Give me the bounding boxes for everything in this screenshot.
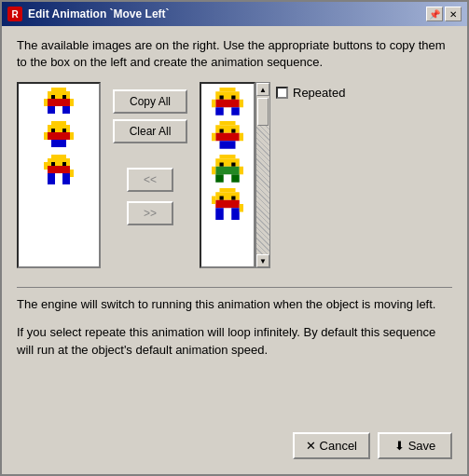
svg-rect-15 [59, 140, 66, 147]
seq-sprite-1 [44, 88, 74, 117]
svg-rect-11 [51, 129, 55, 132]
svg-rect-47 [220, 163, 224, 167]
scroll-thumb[interactable] [257, 98, 269, 126]
svg-rect-16 [44, 132, 48, 140]
svg-rect-22 [48, 166, 70, 173]
svg-rect-32 [215, 108, 224, 116]
bottom-text-2: If you select repeate this animation wil… [17, 323, 452, 360]
svg-rect-28 [215, 92, 240, 101]
scroll-up-button[interactable]: ▲ [256, 83, 269, 96]
titlebar-left: R Edit Animation `Move Left` [7, 7, 170, 21]
svg-rect-35 [240, 100, 243, 108]
titlebar: R Edit Animation `Move Left` 📌 ✕ [2, 2, 467, 26]
app-icon: R [7, 7, 22, 21]
svg-rect-23 [48, 173, 55, 184]
sequence-sprites [19, 84, 99, 188]
avail-sprite-3 [209, 155, 246, 186]
svg-rect-31 [215, 100, 240, 108]
svg-rect-55 [215, 193, 240, 201]
svg-rect-42 [228, 142, 236, 150]
divider [17, 287, 452, 288]
svg-rect-50 [215, 175, 224, 184]
available-sprites [201, 84, 254, 224]
svg-rect-18 [51, 155, 66, 158]
middle-controls: Copy All Clear All << >> [108, 82, 192, 225]
repeated-control: Repeated [276, 86, 345, 100]
svg-rect-45 [220, 155, 236, 158]
cancel-label: Cancel [320, 439, 357, 453]
svg-rect-5 [48, 106, 55, 114]
cancel-button[interactable]: ✕ Cancel [293, 432, 370, 459]
scroll-down-button[interactable]: ▼ [256, 254, 269, 267]
save-icon: ⬇ [394, 439, 405, 453]
svg-rect-10 [48, 125, 70, 132]
svg-rect-14 [51, 140, 59, 147]
right-arrow-button[interactable]: >> [127, 201, 173, 225]
close-button[interactable]: ✕ [445, 7, 462, 21]
svg-rect-17 [70, 132, 74, 140]
clear-all-button[interactable]: Clear All [113, 119, 187, 143]
save-button[interactable]: ⬇ Save [378, 432, 452, 459]
svg-rect-51 [231, 175, 240, 184]
svg-rect-20 [51, 162, 55, 166]
svg-rect-30 [231, 96, 235, 100]
main-window: R Edit Animation `Move Left` 📌 ✕ The ava… [0, 0, 469, 476]
svg-rect-37 [215, 126, 240, 134]
svg-rect-38 [220, 129, 224, 133]
svg-rect-58 [215, 200, 240, 209]
scrollbar[interactable]: ▲ ▼ [255, 82, 270, 268]
seq-sprite-3 [44, 155, 74, 184]
sequence-panel [17, 82, 101, 268]
svg-rect-40 [215, 133, 240, 142]
svg-rect-34 [212, 100, 215, 108]
avail-sprite-4 [209, 188, 246, 220]
svg-rect-60 [231, 209, 240, 221]
svg-rect-0 [51, 88, 66, 91]
svg-rect-7 [44, 99, 48, 106]
footer-buttons: ✕ Cancel ⬇ Save [17, 425, 452, 463]
svg-rect-54 [220, 188, 236, 192]
svg-rect-49 [215, 167, 240, 175]
cancel-icon: ✕ [306, 439, 316, 453]
svg-rect-27 [220, 88, 236, 91]
pin-button[interactable]: 📌 [426, 7, 443, 21]
svg-rect-2 [51, 95, 55, 99]
titlebar-controls: 📌 ✕ [426, 7, 462, 21]
svg-rect-13 [48, 132, 70, 140]
svg-rect-61 [212, 197, 215, 205]
svg-rect-26 [70, 170, 74, 177]
svg-rect-4 [48, 99, 70, 106]
avail-sprite-2 [209, 121, 246, 153]
svg-rect-9 [51, 121, 66, 125]
svg-rect-36 [220, 121, 236, 125]
avail-sprite-1 [209, 88, 246, 119]
svg-rect-24 [62, 173, 70, 184]
animation-editor: Copy All Clear All << >> [17, 82, 452, 268]
svg-rect-21 [62, 162, 66, 166]
copy-all-button[interactable]: Copy All [113, 89, 187, 114]
available-sprites-panel [200, 82, 255, 268]
svg-rect-19 [48, 158, 70, 166]
svg-rect-6 [62, 106, 70, 114]
right-section: ▲ ▼ Repeated [200, 82, 345, 268]
svg-rect-41 [220, 142, 228, 150]
repeated-checkbox[interactable] [276, 87, 288, 99]
svg-rect-43 [212, 133, 215, 142]
svg-rect-56 [220, 197, 224, 200]
repeated-label: Repeated [293, 86, 345, 100]
svg-rect-52 [212, 167, 215, 175]
window-title: Edit Animation `Move Left` [28, 7, 170, 20]
seq-sprite-2 [44, 121, 74, 151]
svg-rect-1 [48, 91, 70, 99]
svg-rect-46 [215, 159, 240, 168]
svg-rect-33 [231, 108, 240, 116]
svg-rect-44 [240, 133, 243, 142]
content-area: The available images are on the right. U… [2, 26, 467, 474]
svg-rect-8 [70, 99, 74, 106]
left-arrow-button[interactable]: << [127, 168, 173, 192]
svg-rect-57 [231, 197, 235, 200]
svg-rect-39 [231, 129, 235, 133]
svg-rect-48 [231, 163, 235, 167]
intro-description: The available images are on the right. U… [17, 37, 452, 71]
svg-rect-3 [62, 95, 66, 99]
